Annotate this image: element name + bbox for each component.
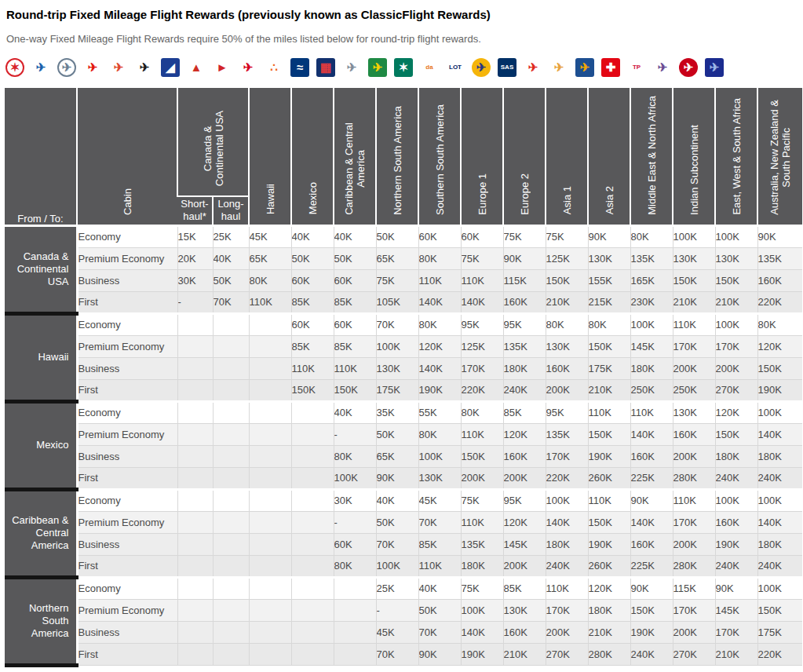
miles-value-cell: 25K: [376, 577, 418, 599]
miles-value-cell: 75K: [461, 577, 503, 599]
miles-value-cell: [213, 423, 249, 445]
origin-cell: Caribbean & Central America: [5, 489, 77, 577]
miles-value-cell: 100K: [715, 313, 757, 335]
miles-value-cell: 120K: [503, 511, 546, 533]
miles-value-cell: 85K: [334, 335, 376, 357]
table-row: HawaiiEconomy60K60K70K80K95K95K80K80K100…: [5, 313, 802, 335]
miles-value-cell: 140K: [461, 291, 503, 313]
miles-value-cell: 240K: [715, 467, 757, 489]
miles-value-cell: 210K: [588, 621, 630, 643]
miles-value-cell: 110K: [291, 357, 334, 379]
turkish-airlines-logo-icon: ✈: [679, 58, 698, 77]
miles-value-cell: [177, 511, 213, 533]
miles-value-cell: [177, 555, 213, 577]
miles-value-cell: 220K: [461, 379, 503, 401]
miles-value-cell: [291, 423, 334, 445]
miles-value-cell: 95K: [461, 313, 503, 335]
miles-value-cell: [213, 313, 249, 335]
origin-cell: Canada & Continental USA: [5, 225, 77, 313]
miles-value-cell: 60K: [291, 269, 334, 291]
miles-value-cell: 85K: [503, 577, 546, 599]
miles-value-cell: [334, 643, 376, 665]
miles-value-cell: 40K: [213, 247, 249, 269]
miles-value-cell: 210K: [588, 379, 630, 401]
miles-value-cell: 95K: [503, 313, 546, 335]
cabin-cell: Premium Economy: [77, 335, 177, 357]
miles-value-cell: 40K: [334, 225, 376, 247]
miles-value-cell: [177, 599, 213, 621]
miles-value-cell: 160K: [673, 423, 715, 445]
miles-value-cell: 110K: [334, 357, 376, 379]
miles-value-cell: 270K: [546, 643, 588, 665]
miles-value-cell: 70K: [376, 313, 418, 335]
miles-value-cell: 190K: [588, 533, 630, 555]
miles-value-cell: 90K: [588, 225, 630, 247]
miles-value-cell: 50K: [213, 269, 249, 291]
miles-value-cell: [213, 489, 249, 511]
miles-value-cell: 80K: [418, 313, 461, 335]
austrian-airlines-logo-icon: ►: [213, 58, 232, 77]
miles-value-cell: 280K: [588, 643, 630, 665]
miles-value-cell: 210K: [503, 643, 546, 665]
miles-value-cell: 65K: [249, 247, 291, 269]
miles-value-cell: [213, 467, 249, 489]
miles-value-cell: [213, 555, 249, 577]
miles-value-cell: 220K: [757, 643, 802, 665]
miles-value-cell: 135K: [757, 247, 802, 269]
miles-value-cell: 85K: [418, 533, 461, 555]
miles-value-cell: 170K: [715, 335, 757, 357]
miles-value-cell: 75K: [461, 489, 503, 511]
miles-value-cell: [334, 621, 376, 643]
orange-script-airline-logo-icon: da: [420, 58, 439, 77]
miles-value-cell: 240K: [715, 555, 757, 577]
miles-value-cell: 75K: [546, 225, 588, 247]
miles-value-cell: 85K: [503, 401, 546, 423]
miles-value-cell: 50K: [291, 247, 334, 269]
ethiopian-airlines-logo-icon: ✈: [368, 58, 387, 77]
thai-airways-logo-icon: ✈: [653, 58, 672, 77]
miles-value-cell: 210K: [715, 643, 757, 665]
miles-value-cell: [291, 401, 334, 423]
miles-value-cell: 40K: [334, 401, 376, 423]
miles-value-cell: 70K: [213, 291, 249, 313]
miles-value-cell: 70K: [418, 621, 461, 643]
miles-value-cell: 65K: [376, 445, 418, 467]
miles-value-cell: [213, 401, 249, 423]
miles-value-cell: 200K: [546, 621, 588, 643]
miles-value-cell: 150K: [588, 423, 630, 445]
miles-value-cell: [177, 489, 213, 511]
miles-value-cell: 80K: [418, 423, 461, 445]
miles-value-cell: 180K: [461, 555, 503, 577]
miles-value-cell: 100K: [461, 599, 503, 621]
miles-value-cell: [334, 599, 376, 621]
miles-value-cell: 90K: [630, 489, 673, 511]
miles-value-cell: 80K: [334, 555, 376, 577]
miles-value-cell: [334, 577, 376, 599]
miles-value-cell: 110K: [588, 401, 630, 423]
miles-value-cell: 80K: [418, 247, 461, 269]
miles-value-cell: 70K: [376, 533, 418, 555]
column-header-destination-12: Australia, New Zealand & South Pacific: [757, 88, 802, 225]
miles-value-cell: [249, 511, 291, 533]
miles-value-cell: -: [334, 423, 376, 445]
miles-value-cell: 130K: [673, 401, 715, 423]
miles-value-cell: 105K: [376, 291, 418, 313]
page-subtitle: One-way Fixed Mileage Flight Rewards req…: [6, 33, 803, 45]
miles-value-cell: -: [376, 599, 418, 621]
miles-value-cell: [249, 379, 291, 401]
united-airlines-logo-icon: ✈: [705, 58, 724, 77]
miles-value-cell: [177, 643, 213, 665]
miles-value-cell: 150K: [673, 269, 715, 291]
miles-value-cell: 190K: [715, 533, 757, 555]
miles-value-cell: [213, 621, 249, 643]
miles-value-cell: [249, 467, 291, 489]
miles-value-cell: 170K: [461, 357, 503, 379]
miles-value-cell: 240K: [757, 555, 802, 577]
table-row: First150K150K175K190K220K240K200K210K250…: [5, 379, 802, 401]
miles-value-cell: 180K: [715, 445, 757, 467]
table-row: Premium Economy20K40K65K50K50K65K80K75K9…: [5, 247, 802, 269]
table-row: Canada & Continental USAEconomy15K25K45K…: [5, 225, 802, 247]
miles-value-cell: 110K: [546, 577, 588, 599]
miles-value-cell: [291, 467, 334, 489]
miles-value-cell: 190K: [418, 379, 461, 401]
